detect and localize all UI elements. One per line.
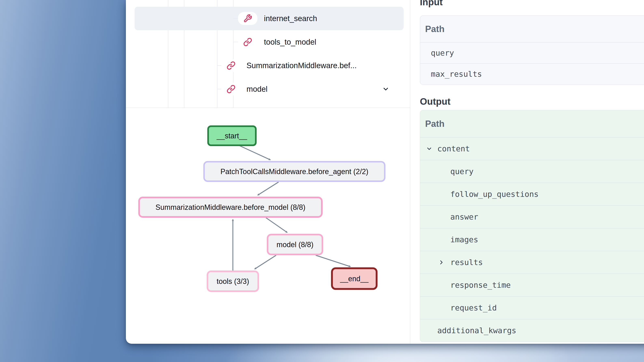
edge-start-patch: [240, 146, 270, 160]
graph-node-tools[interactable]: tools (3/3): [208, 271, 258, 291]
input-path-table: Path querymax_results: [420, 15, 644, 85]
run-graph: __start__ PatchToolCallsMiddleware.befor…: [126, 107, 410, 344]
graph-node-model-label: model (8/8): [276, 240, 314, 249]
schema-path-label: answer: [420, 212, 478, 221]
schema-row-results[interactable]: results: [420, 251, 644, 274]
tree-connector-line: [233, 18, 238, 19]
chain-run-icon-box: [221, 83, 241, 96]
schema-row-query: query: [420, 43, 644, 63]
link-icon: [243, 37, 252, 46]
tree-row-model[interactable]: model: [126, 77, 410, 101]
tree-row-internet-search[interactable]: internet_search: [126, 7, 410, 30]
schema-path-label: results: [420, 258, 483, 267]
edge-model-tools: [254, 255, 276, 269]
schema-path-label: additional_kwargs: [420, 326, 516, 335]
graph-node-start-label: __start__: [216, 132, 247, 140]
input-table-header: Path: [420, 16, 644, 43]
schema-path-label: request_id: [420, 303, 497, 312]
io-schema-pane: Input Path querymax_results Output Path …: [410, 0, 644, 344]
schema-path-label: max_results: [420, 70, 482, 78]
tree-row-summarizationmiddleware-bef-[interactable]: SummarizationMiddleware.bef...: [126, 54, 410, 77]
tree-row-tools-to-model[interactable]: tools_to_model: [126, 30, 410, 54]
graph-node-patch-middleware[interactable]: PatchToolCallsMiddleware.before_agent (2…: [204, 162, 385, 181]
graph-node-summarization-middleware[interactable]: SummarizationMiddleware.before_model (8/…: [139, 197, 322, 217]
graph-node-model[interactable]: model (8/8): [268, 235, 322, 255]
schema-row-images: images: [420, 228, 644, 251]
schema-row-content[interactable]: content: [420, 138, 644, 160]
schema-path-label: images: [420, 235, 478, 244]
schema-path-label: query: [420, 167, 474, 176]
output-table-header: Path: [420, 110, 644, 138]
tool-run-icon-box: [238, 12, 258, 25]
input-section-title: Input: [420, 0, 644, 7]
schema-path-label: follow_up_questions: [420, 190, 539, 199]
schema-path-label: query: [420, 48, 454, 57]
tree-row-label: tools_to_model: [264, 30, 316, 54]
graph-node-patch-label: PatchToolCallsMiddleware.before_agent (2…: [220, 167, 368, 176]
link-icon: [226, 61, 236, 70]
schema-row-max_results: max_results: [420, 63, 644, 84]
graph-node-tools-label: tools (3/3): [217, 277, 249, 286]
output-path-table: Path contentqueryfollow_up_questionsansw…: [420, 110, 644, 342]
run-tree: internet_searchtools_to_modelSummarizati…: [126, 0, 410, 108]
schema-row-additional_kwargs: additional_kwargs: [420, 319, 644, 342]
chevron-down-icon[interactable]: [382, 85, 390, 93]
output-section-title: Output: [420, 96, 644, 107]
link-icon: [226, 85, 236, 93]
tree-connector-line: [233, 42, 238, 42]
tree-connector-line: [217, 89, 221, 89]
graph-node-start[interactable]: __start__: [208, 126, 256, 145]
tree-row-label: SummarizationMiddleware.bef...: [246, 54, 357, 77]
chain-run-icon-box: [238, 35, 258, 48]
wrench-icon: [243, 14, 252, 23]
schema-row-follow_up_questions: follow_up_questions: [420, 183, 644, 205]
edge-model-end: [316, 255, 350, 267]
schema-row-answer: answer: [420, 205, 644, 228]
trace-left-pane: internet_searchtools_to_modelSummarizati…: [126, 0, 410, 344]
schema-row-response_time: response_time: [420, 274, 644, 296]
tree-row-label: model: [246, 77, 268, 101]
graph-node-end-label: __end__: [340, 275, 369, 283]
edge-patch-summ: [258, 182, 278, 195]
tree-connector-line: [217, 65, 221, 66]
trace-window: internet_searchtools_to_modelSummarizati…: [126, 0, 644, 344]
schema-path-label: response_time: [420, 281, 510, 290]
edge-summ-model: [266, 218, 287, 233]
schema-row-query: query: [420, 160, 644, 183]
tree-row-label: internet_search: [264, 7, 317, 30]
graph-node-end[interactable]: __end__: [332, 268, 376, 289]
chevron-right-icon[interactable]: [438, 259, 445, 266]
graph-node-summ-label: SummarizationMiddleware.before_model (8/…: [156, 203, 305, 211]
chain-run-icon-box: [221, 59, 241, 72]
chevron-down-icon[interactable]: [426, 145, 432, 152]
schema-row-request_id: request_id: [420, 296, 644, 319]
